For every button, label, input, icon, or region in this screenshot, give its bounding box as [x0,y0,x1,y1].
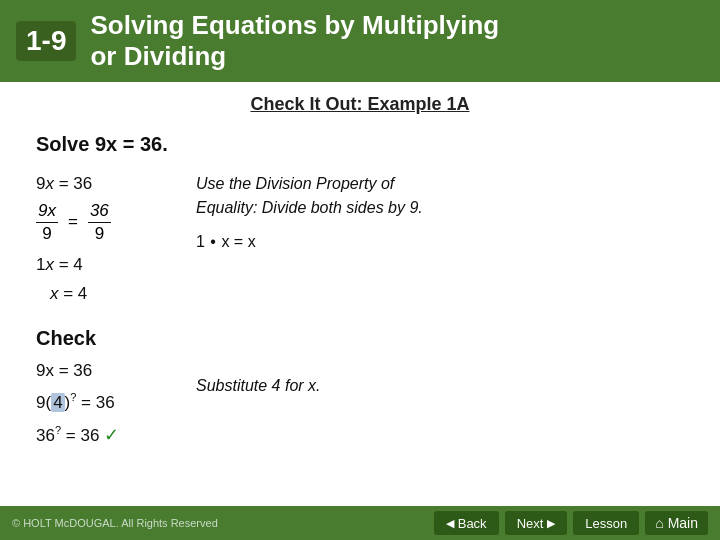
home-icon: ⌂ [655,515,663,531]
main-button[interactable]: ⌂ Main [645,511,708,535]
check-left: 9x = 36 9(4)? = 36 36? = 36 ✓ [36,356,156,452]
step-line-3: 1x = 4 [36,251,156,278]
lesson-badge: 1-9 [16,21,76,61]
solve-title: Solve 9x = 36. [36,133,684,156]
note-line-2: 1 • x = x [196,230,423,254]
step-line-4: x = 4 [36,280,156,307]
next-label: Next [517,516,544,531]
main-content: Solve 9x = 36. 9x = 36 9x 9 = 36 9 [0,119,720,452]
steps-left: 9x = 36 9x 9 = 36 9 1x = 4 x = 4 [36,170,156,307]
check-line-3: 36? = 36 ✓ [36,419,156,452]
check-line-2: 9(4)? = 36 [36,388,156,419]
check-right: Substitute 4 for x. [196,356,321,452]
bottom-bar: © HOLT McDOUGAL. All Rights Reserved ◀ B… [0,506,720,540]
bottom-nav: ◀ Back Next ▶ Lesson ⌂ Main [434,511,708,535]
step-line-1: 9x = 36 [36,170,156,197]
title-line1: Solving Equations by Multiplying [90,10,499,41]
header: 1-9 Solving Equations by Multiplying or … [0,0,720,82]
header-title: Solving Equations by Multiplying or Divi… [90,10,499,72]
check-title: Check [36,327,684,350]
back-button[interactable]: ◀ Back [434,511,499,535]
check-line-1: 9x = 36 [36,356,156,387]
steps-right: Use the Division Property of Equality: D… [196,170,423,307]
subtitle: Check It Out: Example 1A [0,82,720,119]
note-line-1: Use the Division Property of Equality: D… [196,172,423,220]
next-button[interactable]: Next ▶ [505,511,568,535]
check-section: Check 9x = 36 9(4)? = 36 36? = 36 ✓ Subs… [36,327,684,452]
lesson-button[interactable]: Lesson [573,511,639,535]
copyright: © HOLT McDOUGAL. All Rights Reserved [12,517,218,529]
back-label: Back [458,516,487,531]
check-steps: 9x = 36 9(4)? = 36 36? = 36 ✓ Substitute… [36,356,684,452]
back-arrow-icon: ◀ [446,517,454,530]
steps-area: 9x = 36 9x 9 = 36 9 1x = 4 x = 4 [36,170,684,307]
next-arrow-icon: ▶ [547,517,555,530]
step-line-2: 9x 9 = 36 9 [36,200,156,245]
main-label: Main [668,515,698,531]
title-line2: or Dividing [90,41,499,72]
